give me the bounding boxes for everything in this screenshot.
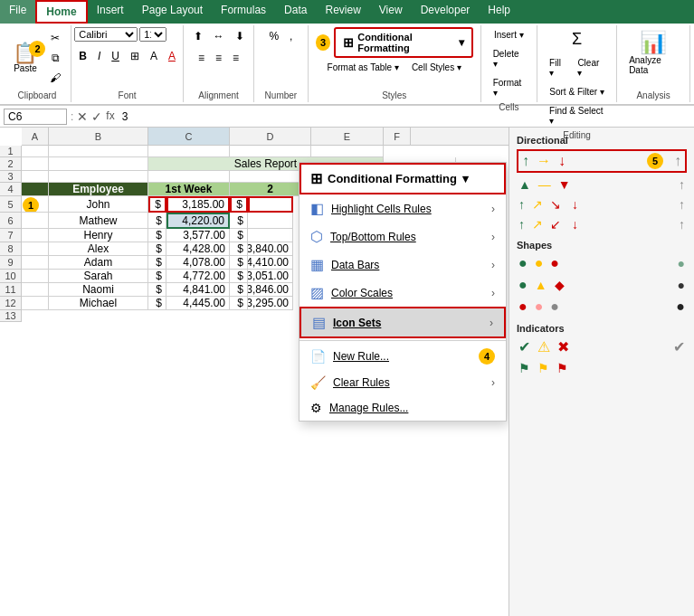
cell-A8[interactable] — [22, 242, 49, 256]
align-top-button[interactable]: ⬆ — [189, 27, 207, 45]
cell-C12[interactable]: 4,445.00 — [166, 297, 230, 310]
cell-B2[interactable] — [49, 157, 148, 171]
highlight-cells-rules-item[interactable]: ◧ Highlight Cells Rules › — [299, 194, 506, 223]
cancel-formula-icon[interactable]: ✕ — [77, 109, 88, 124]
italic-button[interactable]: I — [93, 47, 105, 65]
align-left-button[interactable]: ≡ — [194, 49, 209, 67]
cell-B7[interactable]: Henry — [49, 229, 148, 242]
cell-D10-dollar[interactable]: $ — [230, 270, 248, 283]
name-box[interactable] — [4, 109, 67, 125]
cell-C7[interactable]: 3,577.00 — [166, 229, 230, 242]
cell-B8[interactable]: Alex — [49, 242, 148, 256]
color-scales-item[interactable]: ▨ Color Scales › — [299, 279, 506, 307]
directional-row-3[interactable]: ↑ ↗ ↘ ↓ ↑ — [517, 196, 687, 213]
cell-A9[interactable] — [22, 256, 49, 270]
delete-cells-button[interactable]: Delete ▾ — [489, 46, 529, 71]
icon-sets-item[interactable]: ▤ Icon Sets › — [299, 307, 506, 338]
tab-page-layout[interactable]: Page Layout — [133, 0, 212, 24]
directional-row-1[interactable]: ↑ → ↓ 5 ↑ — [517, 149, 687, 173]
manage-rules-item[interactable]: ⚙ Manage Rules... — [299, 395, 506, 421]
cell-C3[interactable] — [148, 171, 230, 183]
tab-file[interactable]: File — [0, 0, 35, 24]
cell-C8-dollar[interactable]: $ — [148, 242, 166, 256]
cell-B4[interactable]: Employee — [49, 183, 148, 196]
paste-button[interactable]: 📋 Paste 2 — [8, 41, 42, 76]
cell-A12[interactable] — [22, 297, 49, 310]
percent-button[interactable]: % — [264, 27, 283, 45]
fill-color-button[interactable]: A — [146, 47, 162, 65]
cell-B10[interactable]: Sarah — [49, 270, 148, 283]
tab-help[interactable]: Help — [479, 0, 519, 24]
find-select-button[interactable]: Find & Select ▾ — [545, 103, 609, 128]
cell-E1[interactable] — [311, 146, 384, 157]
directional-row-4[interactable]: ↑ ↗ ↙ ↓ ↑ — [517, 216, 687, 232]
directional-row-2[interactable]: ▲ — ▼ ↑ — [517, 176, 687, 193]
cell-D1[interactable] — [230, 146, 311, 157]
shapes-row-1[interactable]: ● ● ● ● — [517, 254, 687, 272]
cell-C12-dollar[interactable]: $ — [148, 297, 166, 310]
cell-C7-dollar[interactable]: $ — [148, 229, 166, 242]
cell-D7[interactable] — [248, 229, 293, 242]
font-family-select[interactable]: Calibri — [74, 27, 138, 42]
cell-C10[interactable]: 4,772.00 — [166, 270, 230, 283]
cell-D8-dollar[interactable]: $ — [230, 242, 248, 256]
cell-C11[interactable]: 4,841.00 — [166, 283, 230, 297]
cell-A6[interactable] — [22, 213, 49, 229]
cell-A2[interactable] — [22, 157, 49, 171]
font-size-select[interactable]: 11 — [139, 27, 166, 42]
cell-C11-dollar[interactable]: $ — [148, 283, 166, 297]
tab-data[interactable]: Data — [275, 0, 316, 24]
cell-B6[interactable]: Mathew — [49, 213, 148, 229]
cell-D8[interactable]: 3,840.00 — [248, 242, 293, 256]
align-bottom-button[interactable]: ⬇ — [231, 27, 249, 45]
cell-A5[interactable]: 1 — [22, 196, 49, 213]
cell-B5[interactable]: John — [49, 196, 148, 213]
cell-B11[interactable]: Naomi — [49, 283, 148, 297]
cell-C10-dollar[interactable]: $ — [148, 270, 166, 283]
cell-D12-dollar[interactable]: $ — [230, 297, 248, 310]
align-right-button[interactable]: ≡ — [228, 49, 243, 67]
autosum-button[interactable]: Σ — [567, 27, 586, 52]
cell-D11[interactable]: 3,846.00 — [248, 283, 293, 297]
cell-A3[interactable] — [22, 171, 49, 183]
cell-C5-dollar[interactable]: $ — [148, 196, 166, 213]
conditional-formatting-button[interactable]: ⊞ Conditional Formatting ▾ — [334, 27, 472, 58]
cell-D6-dollar[interactable]: $ — [230, 213, 248, 229]
cell-C9-dollar[interactable]: $ — [148, 256, 166, 270]
font-color-button[interactable]: A — [164, 47, 180, 65]
cell-B9[interactable]: Adam — [49, 256, 148, 270]
indicators-row-2[interactable]: ⚑ ⚑ ⚑ — [517, 360, 687, 376]
align-middle-button[interactable]: ↔ — [209, 27, 229, 45]
border-button[interactable]: ⊞ — [126, 47, 144, 65]
cell-D10[interactable]: 3,051.00 — [248, 270, 293, 283]
confirm-formula-icon[interactable]: ✓ — [91, 109, 102, 124]
format-painter-button[interactable]: 🖌 — [45, 69, 65, 87]
tab-formulas[interactable]: Formulas — [212, 0, 275, 24]
cell-A10[interactable] — [22, 270, 49, 283]
clear-button[interactable]: Clear ▾ — [573, 55, 609, 81]
cell-B12[interactable]: Michael — [49, 297, 148, 310]
shapes-row-2[interactable]: ● ▲ ◆ ● — [517, 276, 687, 294]
indicators-row-1[interactable]: ✔ ⚠ ✖ ✔ — [517, 337, 687, 356]
underline-button[interactable]: U — [107, 47, 124, 65]
tab-home[interactable]: Home — [35, 0, 87, 24]
cell-C6[interactable]: 4,220.00 — [166, 213, 230, 229]
analyze-data-button[interactable]: 📊 Analyze Data — [624, 27, 682, 78]
clear-rules-item[interactable]: 🧹 Clear Rules › — [299, 370, 506, 395]
tab-review[interactable]: Review — [316, 0, 369, 24]
top-bottom-rules-item[interactable]: ⬡ Top/Bottom Rules › — [299, 223, 506, 251]
cut-button[interactable]: ✂ — [45, 29, 65, 47]
cell-A11[interactable] — [22, 283, 49, 297]
cell-styles-button[interactable]: Cell Styles ▾ — [407, 60, 466, 75]
cell-D6[interactable] — [248, 213, 293, 229]
tab-view[interactable]: View — [370, 0, 412, 24]
tab-insert[interactable]: Insert — [88, 0, 133, 24]
format-as-table-button[interactable]: Format as Table ▾ — [323, 60, 404, 75]
comma-button[interactable]: , — [285, 27, 297, 45]
cell-B3[interactable] — [49, 171, 148, 183]
cell-C9[interactable]: 4,078.00 — [166, 256, 230, 270]
cell-C5[interactable]: 3,185.00 — [166, 196, 230, 213]
cell-D11-dollar[interactable]: $ — [230, 283, 248, 297]
tab-developer[interactable]: Developer — [412, 0, 480, 24]
cell-A7[interactable] — [22, 229, 49, 242]
